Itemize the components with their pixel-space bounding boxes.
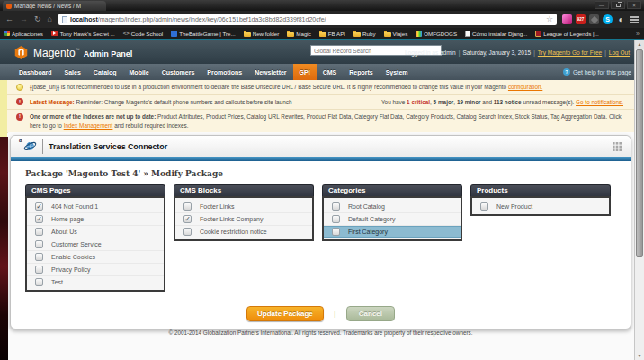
bookmark-folder[interactable]: Ruby [353, 31, 375, 37]
nav-catalog[interactable]: Catalog [87, 64, 123, 80]
checkbox[interactable] [35, 202, 43, 211]
list-item-selected[interactable]: First Category [324, 225, 461, 238]
get-help-link[interactable]: ?Get help for this page [563, 64, 644, 80]
bookmark-item[interactable]: League of Legends |... [535, 31, 598, 37]
checkbox[interactable] [332, 228, 340, 236]
refresh-icon[interactable]: ↻ [34, 15, 41, 23]
minimize-button[interactable]: — [595, 1, 609, 9]
cancel-button[interactable]: Cancel [346, 306, 395, 321]
header-user-area: Logged in as admin|Saturday, January 3, … [405, 50, 630, 56]
home-icon[interactable]: ⌂ [48, 15, 52, 23]
desktop-wallpaper-edge [0, 137, 8, 360]
chrome-menu-icon[interactable] [630, 16, 639, 23]
nav-dashboard[interactable]: Dashboard [13, 64, 58, 80]
checkbox[interactable] [183, 202, 192, 211]
browser-scrollbar[interactable]: ▲ ▼ [634, 40, 644, 360]
column-list: Root Catalog Default Category First Cate… [322, 196, 462, 241]
bookmark-item[interactable]: <>Code School [123, 31, 163, 37]
list-item[interactable]: Test [27, 275, 164, 288]
nav-mobile[interactable]: Mobile [123, 64, 156, 80]
nav-reports[interactable]: Reports [343, 64, 379, 80]
bookmark-star-icon[interactable]: ☆ [546, 15, 553, 23]
half-circle-extension-icon[interactable]: ◐ [616, 14, 626, 24]
folder-icon [287, 32, 294, 37]
checkbox[interactable] [35, 266, 43, 274]
bookmark-item[interactable]: OMFGDOGS [416, 31, 457, 37]
bookmark-item[interactable]: TheBattleGame | Tre... [171, 31, 235, 37]
badge-extension-icon[interactable]: 927 [576, 14, 586, 24]
divider [42, 140, 43, 154]
update-package-button[interactable]: Update Package [246, 306, 324, 321]
list-item[interactable]: Root Catalog [324, 200, 461, 212]
list-item[interactable]: About Us [27, 225, 164, 238]
list-item[interactable]: Cookie restriction notice [175, 225, 312, 238]
gray-extension-icon[interactable] [589, 14, 599, 24]
notifications-link[interactable]: Go to notifications. [576, 99, 623, 105]
nav-sales[interactable]: Sales [58, 64, 87, 80]
checkbox[interactable] [480, 202, 488, 211]
bookmark-folder[interactable]: Magic [287, 31, 311, 37]
address-bar[interactable]: localhost/magento/index.php/admin/news/i… [58, 14, 557, 25]
brand-suffix: Admin Panel [84, 50, 133, 58]
nav-customers[interactable]: Customers [156, 64, 201, 80]
page-content: a Translation Services Connector [8, 132, 634, 360]
page-icon [62, 16, 67, 23]
checkbox[interactable] [183, 228, 192, 236]
scrollbar-thumb[interactable] [636, 50, 643, 256]
magento-logo-icon [13, 45, 29, 60]
close-button[interactable]: × [627, 1, 641, 9]
document-icon [465, 31, 470, 37]
checkbox[interactable] [183, 215, 192, 223]
list-item[interactable]: Privacy Policy [27, 263, 164, 275]
restore-button[interactable] [611, 1, 625, 9]
tsc-header-bar: a Translation Services Connector [11, 136, 631, 157]
checkbox[interactable] [35, 228, 43, 236]
checkbox[interactable] [332, 202, 340, 211]
scroll-down-icon[interactable]: ▼ [635, 351, 644, 360]
list-item[interactable]: Customer Service [27, 238, 164, 250]
magento-nav: Dashboard Sales Catalog Mobile Customers… [0, 64, 644, 80]
blue-divider-bar [11, 157, 631, 161]
nav-promotions[interactable]: Promotions [201, 64, 248, 80]
checkbox[interactable] [35, 240, 43, 248]
configuration-link[interactable]: configuration. [508, 84, 542, 90]
nav-system[interactable]: System [380, 64, 415, 80]
checkbox[interactable] [35, 278, 43, 286]
checkbox[interactable] [35, 215, 43, 223]
index-management-link[interactable]: Index Management [64, 122, 113, 129]
skype-icon[interactable]: S [603, 14, 613, 24]
bookmark-apps[interactable]: Aplicaciones [4, 31, 43, 37]
column-header: Products [470, 184, 611, 196]
error-icon: ! [16, 98, 23, 105]
bookmarks-overflow-icon[interactable]: » [636, 31, 640, 37]
nav-gpi[interactable]: GPI [293, 64, 317, 80]
rainbow-icon [416, 31, 422, 37]
pink-extension-icon[interactable] [562, 14, 572, 24]
list-item[interactable]: Enable Cookies [27, 250, 164, 263]
list-item[interactable]: New Product [472, 200, 609, 212]
nav-cms[interactable]: CMS [317, 64, 344, 80]
logout-link[interactable]: Log Out [609, 50, 630, 56]
nav-newsletter[interactable]: Newsletter [248, 64, 292, 80]
list-item[interactable]: Footer Links Company [175, 212, 312, 225]
browser-tab[interactable]: Manage News / News / M [3, 1, 106, 11]
try-magento-go-link[interactable]: Try Magento Go for Free [538, 50, 602, 56]
list-item[interactable]: Default Category [324, 212, 461, 225]
back-icon[interactable]: ← [5, 15, 13, 23]
bookmark-folder[interactable]: Viajes [384, 31, 408, 37]
column-cms-blocks: CMS Blocks Footer Links Footer Links Com… [174, 184, 314, 241]
bookmark-folder[interactable]: New folder [244, 31, 280, 37]
bookmark-item[interactable]: Tony Hawk's Secret ... [51, 31, 115, 37]
bookmark-folder[interactable]: FB API [319, 31, 345, 37]
bookmark-item[interactable]: Cómo instalar Djang... [465, 31, 527, 37]
url-host: localhost [70, 16, 98, 22]
copyright-footer: © 2001-2014 Globalization Partners Inter… [11, 329, 631, 336]
scroll-up-icon[interactable]: ▲ [635, 40, 644, 49]
list-item[interactable]: 404 Not Found 1 [27, 200, 164, 212]
list-item[interactable]: Footer Links [175, 200, 312, 212]
grid-icon[interactable] [613, 142, 622, 151]
forward-icon[interactable]: → [20, 15, 28, 23]
list-item[interactable]: Home page [27, 212, 164, 225]
checkbox[interactable] [332, 215, 340, 223]
checkbox[interactable] [35, 253, 43, 261]
